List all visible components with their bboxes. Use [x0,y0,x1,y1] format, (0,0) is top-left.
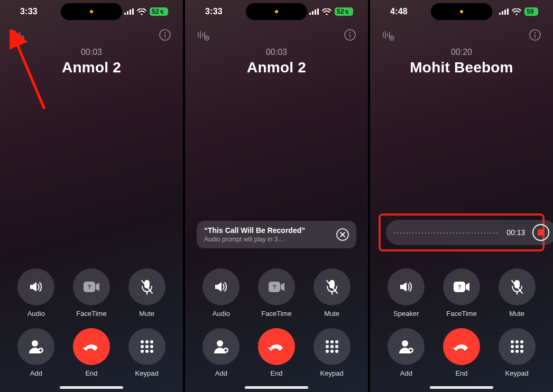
caller-name: Anmol 2 [185,59,368,76]
svg-point-93 [511,345,514,348]
caller-name: Anmol 2 [0,59,183,76]
svg-point-66 [335,350,338,353]
svg-point-95 [520,345,523,348]
battery-indicator: 52↯ [150,7,168,16]
speaker-label: Speaker [393,310,419,318]
add-label: Add [215,369,227,377]
svg-rect-0 [124,13,126,15]
svg-rect-70 [507,8,509,15]
home-indicator[interactable] [60,386,123,389]
close-icon[interactable] [336,228,349,241]
svg-point-60 [335,340,338,343]
status-time: 3:33 [20,7,38,16]
keypad-button[interactable] [128,328,165,365]
svg-point-43 [206,37,208,39]
status-bar: 3:33 52↯ [185,4,368,19]
end-label: End [455,369,467,377]
call-controls: Audio ?FaceTime Mute Add End Keypad [185,268,368,377]
recording-highlight: ·································· 00:13 [379,213,545,251]
svg-point-28 [145,345,149,348]
caller-header: 00:03 Anmol 2 [0,48,183,76]
wifi-icon [322,8,331,15]
svg-rect-67 [499,13,501,15]
info-icon[interactable] [528,27,542,42]
svg-point-58 [326,340,329,343]
svg-point-64 [326,350,329,353]
status-bar: 4:48 59 [370,4,553,19]
status-time: 4:48 [390,7,408,16]
call-screen-3: 4:48 59 00:20 Mohit Beebom ·············… [370,0,553,392]
facetime-label: FaceTime [76,310,106,318]
svg-rect-35 [315,10,316,15]
svg-point-90 [511,340,514,343]
svg-point-86 [402,340,408,347]
battery-indicator: 52↯ [335,7,353,16]
svg-rect-36 [317,8,319,15]
stop-recording-icon[interactable] [532,224,549,241]
svg-point-79 [534,32,536,33]
svg-point-97 [515,350,519,353]
mute-button[interactable] [314,268,351,305]
keypad-button[interactable] [499,328,536,365]
wifi-icon [137,8,146,15]
record-call-icon[interactable] [11,27,25,42]
speaker-button[interactable] [388,268,425,305]
caller-name: Mohit Beebom [370,59,553,76]
audio-label: Audio [213,310,230,318]
end-call-button[interactable] [73,328,110,365]
end-call-button[interactable] [258,328,295,365]
call-duration: 00:03 [0,48,183,57]
facetime-button[interactable]: ? [73,268,110,305]
svg-point-77 [391,37,393,39]
svg-rect-33 [309,13,311,15]
mute-button[interactable] [128,268,165,305]
wifi-icon [512,8,521,15]
facetime-button[interactable]: ? [258,268,295,305]
record-call-icon[interactable] [381,27,395,42]
cellular-icon [124,8,134,15]
mute-label: Mute [139,310,154,318]
mute-label: Mute [509,310,524,318]
svg-text:?: ? [458,284,461,290]
end-label: End [270,369,282,377]
mute-button[interactable] [499,268,536,305]
end-call-button[interactable] [443,328,480,365]
call-screen-1: 3:33 52↯ 00:03 Anmol 2 Audio [0,0,183,392]
recording-bar: ·································· 00:13 [386,220,553,245]
audio-button[interactable] [17,268,54,305]
cellular-icon [309,8,319,15]
keypad-button[interactable] [314,328,351,365]
svg-point-63 [335,345,338,348]
svg-point-54 [217,340,223,347]
svg-point-12 [164,32,165,33]
audio-button[interactable] [202,268,239,305]
home-indicator[interactable] [430,386,493,389]
svg-point-62 [330,345,334,348]
keypad-label: Keypad [505,369,529,377]
mute-label: Mute [324,310,339,318]
svg-point-92 [520,340,523,343]
svg-text:?: ? [88,284,91,290]
home-indicator[interactable] [245,386,308,389]
facetime-button[interactable]: ? [443,268,480,305]
add-label: Add [30,369,42,377]
add-button[interactable] [388,328,425,365]
info-icon[interactable] [343,27,357,42]
svg-rect-34 [312,11,314,15]
add-button[interactable] [17,328,54,365]
record-call-icon[interactable] [196,27,210,42]
svg-point-32 [150,350,153,353]
call-controls: Speaker ?FaceTime Mute Add End Keypad [370,268,553,377]
prompt-title: “This Call Will Be Recorded” [204,226,305,235]
svg-point-24 [141,340,144,343]
svg-point-29 [150,345,153,348]
info-icon[interactable] [158,27,172,42]
end-label: End [85,369,97,377]
svg-point-61 [326,345,329,348]
svg-point-31 [145,350,149,353]
svg-point-20 [32,340,38,347]
svg-point-37 [326,13,327,15]
svg-point-91 [515,340,519,343]
svg-point-4 [141,13,142,15]
add-button[interactable] [202,328,239,365]
